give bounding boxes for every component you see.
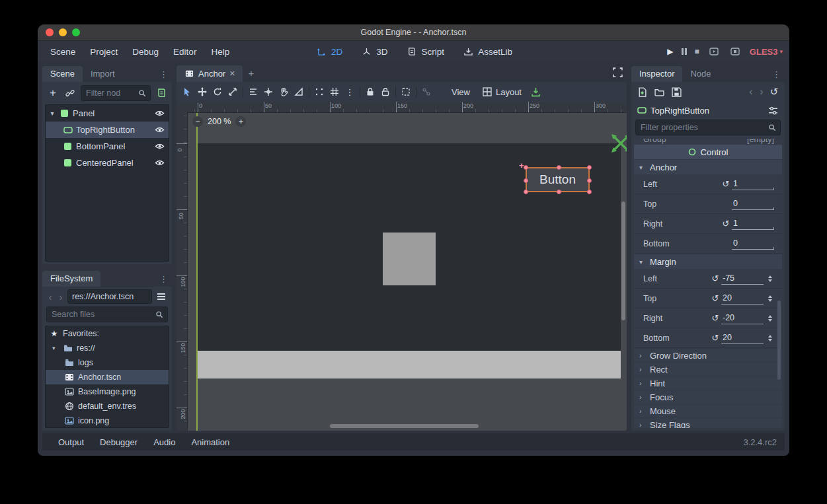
revert-icon[interactable]: ↺ bbox=[709, 313, 721, 323]
visibility-eye-icon[interactable] bbox=[153, 157, 166, 170]
smart-snap-icon[interactable] bbox=[313, 85, 326, 98]
section-margin[interactable]: ▾ Margin bbox=[634, 254, 782, 269]
load-resource-icon[interactable] bbox=[652, 85, 666, 98]
tab-anchor-scene[interactable]: Anchor × bbox=[177, 65, 243, 82]
skeleton-options-icon[interactable] bbox=[420, 85, 433, 98]
inspector-scrollbar[interactable] bbox=[777, 301, 781, 380]
play-button[interactable]: ▶ bbox=[667, 47, 673, 56]
pan-tool-icon[interactable] bbox=[277, 85, 290, 98]
dock-menu-icon[interactable]: ⋮ bbox=[155, 69, 172, 82]
tab-inspector[interactable]: Inspector bbox=[631, 66, 682, 82]
horizontal-scrollbar[interactable] bbox=[330, 424, 479, 428]
selection-handle[interactable] bbox=[557, 165, 561, 170]
horizontal-ruler[interactable]: 0 50 100 150 200 250 300 bbox=[187, 102, 627, 113]
file-row-res[interactable]: ▾ res:// bbox=[46, 341, 169, 355]
selection-handle[interactable] bbox=[524, 178, 528, 183]
history-forward-icon[interactable]: › bbox=[757, 85, 766, 98]
stepper-icon[interactable] bbox=[766, 315, 774, 322]
section-rect[interactable]: › Rect bbox=[634, 363, 782, 376]
zoom-in-button[interactable]: + bbox=[235, 116, 246, 127]
pause-button[interactable] bbox=[682, 48, 687, 55]
scale-tool-icon[interactable] bbox=[226, 85, 239, 98]
dock-menu-icon[interactable]: ⋮ bbox=[155, 274, 172, 287]
canvas-viewport[interactable]: Button + bbox=[187, 112, 627, 431]
debugger-tab[interactable]: Debugger bbox=[92, 436, 145, 449]
value-field[interactable]: 20 bbox=[721, 293, 764, 305]
tree-row-toprightbutton[interactable]: TopRightButton bbox=[46, 122, 169, 138]
tree-row-centeredpanel[interactable]: CenteredPanel bbox=[46, 155, 169, 171]
save-icon[interactable] bbox=[670, 85, 683, 98]
select-tool-icon[interactable] bbox=[180, 85, 194, 98]
section-mouse[interactable]: › Mouse bbox=[634, 404, 782, 417]
mode-2d-button[interactable]: 2D bbox=[309, 43, 348, 60]
new-scene-tab-button[interactable]: + bbox=[243, 66, 259, 82]
scene-filter-input[interactable] bbox=[85, 88, 138, 98]
centeredpanel-node[interactable] bbox=[383, 233, 436, 285]
tree-row-panel[interactable]: ▾ Panel bbox=[46, 105, 169, 122]
output-tab[interactable]: Output bbox=[50, 436, 92, 449]
close-icon[interactable]: × bbox=[229, 68, 235, 79]
selection-handle[interactable] bbox=[587, 165, 592, 170]
expander-icon[interactable]: ▾ bbox=[52, 345, 59, 351]
value-field[interactable]: 1 bbox=[732, 218, 774, 230]
visibility-eye-icon[interactable] bbox=[153, 107, 166, 120]
move-pivot-icon[interactable] bbox=[262, 85, 275, 98]
vertical-ruler[interactable]: 0 50 100 150 200 bbox=[177, 112, 188, 431]
new-resource-icon[interactable] bbox=[635, 85, 649, 98]
value-field[interactable]: -20 bbox=[721, 312, 764, 324]
button-node[interactable]: Button + bbox=[526, 167, 590, 192]
file-row-logs[interactable]: logs bbox=[46, 355, 169, 370]
dock-menu-icon[interactable]: ⋮ bbox=[768, 69, 785, 82]
unlock-icon[interactable] bbox=[379, 85, 392, 98]
section-hint[interactable]: › Hint bbox=[634, 377, 782, 390]
close-window-button[interactable] bbox=[46, 28, 54, 36]
menu-editor[interactable]: Editor bbox=[167, 45, 202, 59]
section-focus[interactable]: › Focus bbox=[634, 390, 782, 404]
menu-project[interactable]: Project bbox=[84, 45, 124, 59]
attach-script-button[interactable] bbox=[155, 87, 168, 100]
file-row-anchor-tscn[interactable]: Anchor.tscn bbox=[46, 370, 169, 384]
revert-icon[interactable]: ↺ bbox=[720, 219, 732, 229]
tab-import[interactable]: Import bbox=[83, 66, 123, 82]
mode-assetlib-button[interactable]: AssetLib bbox=[456, 43, 518, 60]
panel-node[interactable]: Button + bbox=[198, 143, 621, 378]
revert-icon[interactable]: ↺ bbox=[709, 293, 721, 303]
revert-icon[interactable]: ↺ bbox=[720, 179, 732, 189]
renderer-dropdown[interactable]: GLES3 ▾ bbox=[750, 47, 783, 57]
bottompanel-node[interactable] bbox=[198, 351, 621, 378]
stepper-icon[interactable] bbox=[766, 295, 774, 302]
play-scene-icon[interactable] bbox=[707, 45, 721, 58]
zoom-out-button[interactable]: − bbox=[192, 116, 203, 127]
stepper-icon[interactable] bbox=[766, 335, 774, 342]
section-size-flags[interactable]: › Size Flags bbox=[634, 418, 782, 428]
anchor-preset-icon[interactable] bbox=[529, 85, 542, 98]
visibility-eye-icon[interactable] bbox=[153, 124, 166, 137]
history-back-icon[interactable]: ‹ bbox=[46, 290, 54, 303]
layout-menu-button[interactable]: Layout bbox=[477, 85, 527, 99]
anchor-gizmo-icon[interactable] bbox=[610, 133, 627, 154]
section-anchor[interactable]: ▾ Anchor bbox=[634, 160, 782, 174]
selection-handle[interactable] bbox=[587, 178, 592, 183]
tab-filesystem[interactable]: FileSystem bbox=[42, 271, 100, 287]
audio-tab[interactable]: Audio bbox=[145, 436, 183, 449]
mode-3d-button[interactable]: 3D bbox=[354, 43, 393, 60]
property-filter-input[interactable] bbox=[639, 122, 768, 133]
value-field[interactable]: 0 bbox=[732, 238, 774, 250]
value-field[interactable]: 0 bbox=[732, 198, 774, 210]
minimize-window-button[interactable] bbox=[59, 28, 67, 36]
visibility-eye-icon[interactable] bbox=[153, 140, 166, 153]
instance-scene-button[interactable] bbox=[63, 87, 77, 100]
lock-icon[interactable] bbox=[364, 85, 377, 98]
value-field[interactable]: -75 bbox=[721, 273, 764, 285]
selection-handle[interactable] bbox=[587, 190, 592, 194]
value-field[interactable]: 20 bbox=[721, 332, 764, 344]
zoom-level[interactable]: 200 % bbox=[208, 117, 231, 126]
vertical-scrollbar[interactable] bbox=[621, 201, 625, 320]
stop-button[interactable]: ■ bbox=[695, 47, 699, 56]
grid-snap-icon[interactable] bbox=[328, 85, 341, 98]
snap-options-icon[interactable]: ⋮ bbox=[343, 85, 356, 98]
display-mode-icon[interactable] bbox=[155, 290, 168, 303]
history-back-icon[interactable]: ‹ bbox=[746, 85, 756, 98]
object-history-icon[interactable]: ↺ bbox=[768, 85, 781, 98]
selection-handle[interactable] bbox=[557, 190, 561, 194]
